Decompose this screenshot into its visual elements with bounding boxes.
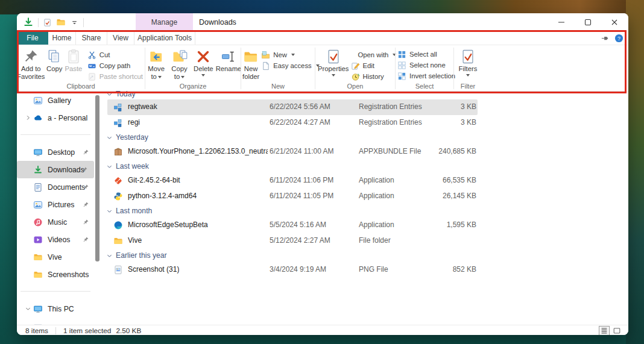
file-row-vive[interactable]: Vive5/12/2024 2:27 AMFile folder: [107, 233, 478, 249]
file-row-regi[interactable]: regi6/22/2024 4:27 AMRegistration Entrie…: [107, 115, 478, 131]
tab-home[interactable]: Home: [48, 31, 76, 45]
chevron-down-icon[interactable]: [23, 305, 33, 313]
file-type: Application: [359, 192, 394, 200]
move-to-button[interactable]: Move to: [145, 46, 167, 81]
dropdown-caret-icon: [466, 74, 470, 77]
ribbon-group-organize: Move to Copy to Delete Rename: [145, 45, 241, 91]
file-date-modified: 6/21/2024 11:00 AM: [270, 147, 334, 155]
delete-x-icon: [195, 48, 212, 65]
file-row-screenshot-31[interactable]: Screenshot (31)3/4/2024 9:19 AMPNG File8…: [107, 262, 478, 278]
rename-button[interactable]: Rename: [216, 46, 241, 73]
move-to-icon: [148, 48, 165, 65]
history-button[interactable]: History: [349, 71, 399, 82]
group-label: Today: [116, 90, 136, 98]
group-header-earlier-this-year[interactable]: Earlier this year: [103, 249, 479, 262]
sidebar-item-downloads[interactable]: Downloads: [17, 161, 94, 178]
group-header-today[interactable]: Today: [103, 89, 479, 99]
sidebar-item-videos[interactable]: Videos: [17, 231, 95, 248]
sidebar-item-item[interactable]: [17, 317, 95, 325]
sidebar-separator: [17, 283, 95, 300]
tab-view[interactable]: View: [107, 31, 134, 45]
details-view-button[interactable]: [599, 326, 610, 335]
select-all-button[interactable]: Select all: [396, 49, 457, 60]
paste-shortcut-button[interactable]: Paste shortcut: [86, 71, 145, 82]
file-row-microsoftedgesetupbeta[interactable]: MicrosoftEdgeSetupBeta5/5/2024 5:16 AMAp…: [107, 217, 478, 233]
file-name: Screenshot (31): [128, 265, 179, 274]
minimize-button[interactable]: [548, 13, 575, 31]
copy-to-button[interactable]: Copy to: [168, 46, 190, 81]
cut-button[interactable]: Cut: [86, 49, 145, 60]
tab-share[interactable]: Share: [76, 31, 107, 45]
sidebar-item-screenshots[interactable]: Screenshots: [17, 266, 95, 283]
folder-icon: [113, 236, 123, 246]
file-row-microsoft-yourphone-1-22062-153-0-neutral[interactable]: Microsoft.YourPhone_1.22062.153.0_neutra…: [107, 144, 478, 160]
invert-selection-button[interactable]: Invert selection: [396, 70, 457, 81]
file-type: Application: [359, 220, 394, 229]
properties-icon: [43, 18, 52, 27]
group-label: Yesterday: [116, 133, 148, 142]
chevron-spacer: [23, 201, 33, 208]
group-header-last-month[interactable]: Last month: [103, 204, 479, 217]
paste-button[interactable]: Paste: [64, 46, 83, 73]
copy-button[interactable]: Copy: [45, 46, 64, 73]
filters-button[interactable]: Filters: [455, 46, 481, 77]
tab-file[interactable]: File: [17, 31, 48, 45]
file-row-python-3-12-4-amd64[interactable]: python-3.12.4-amd646/11/2024 11:05 PMApp…: [107, 189, 478, 204]
selection-count: 1 item selected: [63, 327, 111, 335]
file-date-modified: 6/22/2024 5:56 AM: [270, 102, 330, 111]
sidebar-item-music[interactable]: Music: [17, 213, 95, 231]
file-row-git-2-45-2-64-bit[interactable]: Git-2.45.2-64-bit6/11/2024 11:06 PMAppli…: [107, 173, 478, 189]
chevron-spacer: [23, 219, 33, 226]
sidebar-item-label: Downloads: [48, 166, 84, 174]
file-type: File folder: [359, 236, 391, 245]
easy-access-button[interactable]: Easy access: [259, 60, 321, 71]
file-size: 852 KB: [416, 265, 476, 274]
new-folder-button[interactable]: New folder: [242, 46, 259, 81]
maximize-button[interactable]: [575, 13, 601, 31]
copy-path-button[interactable]: Copy path: [86, 60, 145, 71]
select-none-button[interactable]: Select none: [396, 60, 457, 70]
qat-properties-button[interactable]: [43, 18, 52, 27]
tab-application-tools[interactable]: Application Tools: [134, 31, 195, 45]
navigation-pane: Gallerya - PersonalDesktopDownloadsDocum…: [17, 92, 95, 325]
file-date-modified: 6/22/2024 4:27 AM: [270, 118, 330, 127]
close-button[interactable]: [601, 13, 628, 31]
sidebar-item-label: Desktop: [48, 148, 75, 157]
sidebar-item-label: a - Personal: [48, 114, 87, 122]
sidebar-scrollbar[interactable]: [95, 95, 99, 261]
file-name: regi: [128, 118, 140, 127]
qat-new-folder-button[interactable]: [56, 17, 66, 27]
new-item-button[interactable]: New: [259, 49, 321, 60]
sidebar-item-desktop[interactable]: Desktop: [17, 143, 95, 161]
help-button[interactable]: ?: [614, 34, 623, 43]
group-header-last-week[interactable]: Last week: [103, 160, 479, 173]
edit-button[interactable]: Edit: [349, 60, 399, 71]
help-icon: ?: [614, 34, 623, 43]
sidebar-item-this-pc[interactable]: This PC: [17, 300, 95, 317]
chevron-spacer: [23, 149, 33, 156]
add-to-favorites-button[interactable]: Add to Favorites: [17, 46, 45, 81]
properties-button[interactable]: Properties: [318, 46, 349, 77]
ribbon-group-open: Properties Open with Edit History Open: [315, 45, 395, 91]
thumbnail-view-button[interactable]: [611, 326, 622, 335]
group-header-yesterday[interactable]: Yesterday: [103, 131, 479, 144]
sidebar-item-gallery[interactable]: Gallery: [17, 92, 95, 109]
desktop-icon: [33, 148, 43, 157]
delete-button[interactable]: Delete: [192, 46, 215, 77]
qat-customize-button[interactable]: [70, 18, 79, 27]
sidebar-item-pictures[interactable]: Pictures: [17, 196, 95, 213]
sidebar-item-vive[interactable]: Vive: [17, 248, 95, 266]
open-with-button[interactable]: Open with: [356, 49, 399, 60]
select-none-icon: [397, 61, 406, 70]
file-date-modified: 6/11/2024 11:05 PM: [270, 192, 333, 200]
sidebar-item-a-personal[interactable]: a - Personal: [17, 109, 95, 127]
contextual-tab-manage[interactable]: Manage: [136, 13, 193, 31]
chevron-right-icon[interactable]: [23, 114, 33, 122]
thumbnail-view-icon: [613, 327, 621, 335]
sidebar-item-documents[interactable]: Documents: [17, 178, 95, 196]
pin-ribbon-button[interactable]: [601, 34, 610, 43]
sidebar-separator: [17, 127, 95, 143]
file-row-regtweak[interactable]: regtweak6/22/2024 5:56 AMRegistration En…: [107, 99, 478, 115]
main-content: Gallerya - PersonalDesktopDownloadsDocum…: [17, 92, 628, 325]
file-name: MicrosoftEdgeSetupBeta: [128, 220, 208, 229]
